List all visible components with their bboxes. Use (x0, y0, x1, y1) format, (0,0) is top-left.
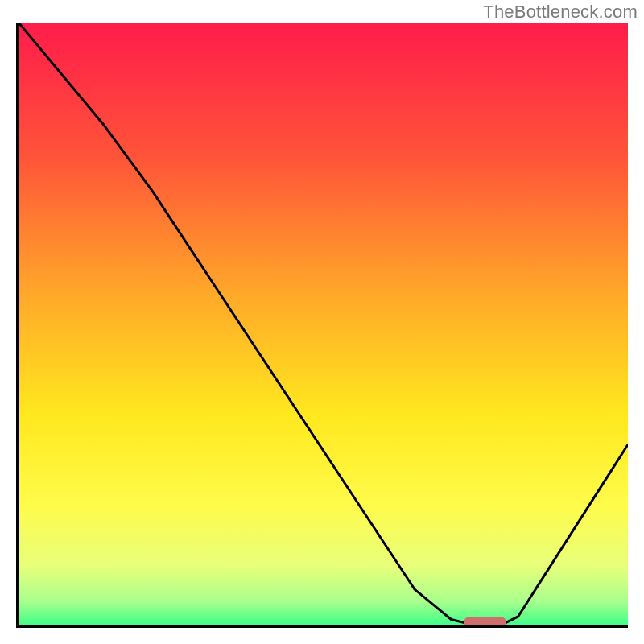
optimum-marker-bar (464, 617, 506, 625)
chart-container: TheBottleneck.com (0, 0, 644, 644)
axes-frame (16, 23, 628, 628)
plot-area (19, 23, 628, 625)
curve-line (19, 23, 628, 625)
watermark-text: TheBottleneck.com (483, 2, 638, 23)
